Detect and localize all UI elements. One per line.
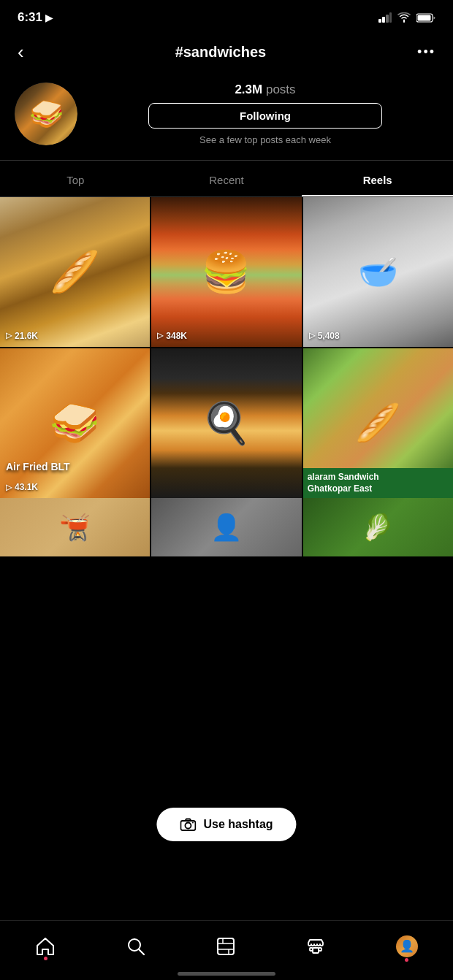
home-indicator — [178, 972, 275, 976]
grid-item-1-count: ▷ 21.6K — [6, 331, 38, 341]
content-grid: 🥖 ▷ 21.6K 🍔 ▷ 348K 🥣 ▷ 5,408 🥪 Air Fried… — [0, 197, 453, 499]
time-display: 6:31 — [18, 10, 42, 25]
bottom-nav: 👤 — [0, 920, 453, 980]
search-icon — [126, 937, 145, 956]
tab-reels[interactable]: Reels — [302, 164, 453, 196]
svg-rect-13 — [319, 948, 321, 951]
grid-item-6[interactable]: 🥖 ▷ 69.7K alaram SandwichGhatkopar East — [303, 348, 453, 498]
use-hashtag-label: Use hashtag — [203, 818, 273, 831]
camera-icon — [180, 818, 196, 831]
nav-home[interactable] — [23, 931, 67, 962]
posts-number: 2.3M — [235, 83, 262, 96]
play-icon-2: ▷ — [157, 331, 163, 340]
play-icon-4: ▷ — [6, 483, 12, 492]
nav-profile[interactable]: 👤 — [384, 930, 430, 963]
overlay-text-4: Air Fried BLT — [6, 461, 70, 472]
svg-rect-3 — [389, 12, 392, 23]
signal-icon — [378, 12, 392, 23]
grid-item-5[interactable]: 🍳 — [151, 348, 301, 498]
svg-rect-11 — [313, 948, 319, 953]
grid-item-4[interactable]: 🥪 Air Fried BLT ▷ 43.1K — [0, 348, 150, 498]
hashtag-avatar: 🥪 — [15, 83, 77, 145]
status-time: 6:31 ▶ — [18, 10, 53, 25]
play-icon-1: ▷ — [6, 331, 12, 340]
grid-item-3-count: ▷ 5,408 — [309, 331, 340, 341]
header: ‹ #sandwiches ••• — [0, 32, 453, 75]
svg-point-7 — [185, 823, 191, 829]
partial-row: 🫕 👤 🥬 — [0, 498, 453, 556]
nav-reels[interactable] — [205, 931, 247, 962]
hashtag-info: 🥪 2.3M posts Following See a few top pos… — [0, 75, 453, 157]
nav-shop[interactable] — [294, 931, 337, 962]
posts-count: 2.3M posts — [235, 83, 295, 97]
svg-rect-1 — [382, 17, 385, 23]
location-icon: ▶ — [45, 12, 53, 23]
hashtag-details: 2.3M posts Following See a few top posts… — [92, 83, 438, 145]
status-icons — [378, 12, 435, 23]
partial-item-left[interactable]: 🫕 — [0, 498, 150, 556]
home-dot — [44, 957, 47, 960]
use-hashtag-button[interactable]: Use hashtag — [156, 808, 296, 841]
grid-item-3[interactable]: 🥣 ▷ 5,408 — [303, 197, 453, 347]
status-bar: 6:31 ▶ — [0, 0, 453, 32]
nav-search[interactable] — [115, 931, 157, 962]
divider — [0, 160, 453, 161]
shop-icon — [306, 937, 325, 956]
partial-item-right[interactable]: 🥬 — [303, 498, 453, 556]
grid-item-2-count: ▷ 348K — [157, 331, 187, 341]
svg-point-8 — [192, 822, 194, 824]
svg-rect-5 — [418, 15, 431, 20]
reels-icon — [216, 937, 235, 956]
follow-button[interactable]: Following — [148, 103, 382, 129]
tab-top[interactable]: Top — [0, 164, 151, 196]
hashtag-subtitle: See a few top posts each week — [199, 134, 331, 145]
partial-item-middle[interactable]: 👤 — [151, 498, 301, 556]
grid-item-1[interactable]: 🥖 ▷ 21.6K — [0, 197, 150, 347]
page-title: #sandwiches — [175, 44, 267, 61]
grid-item-2[interactable]: 🍔 ▷ 348K — [151, 197, 301, 347]
bottom-banner-6: alaram SandwichGhatkopar East — [303, 468, 453, 499]
profile-avatar[interactable]: 👤 — [396, 935, 418, 957]
svg-rect-2 — [386, 15, 389, 23]
wifi-icon — [397, 12, 411, 23]
tabs: Top Recent Reels — [0, 164, 453, 197]
home-icon — [35, 937, 56, 956]
battery-icon — [416, 13, 435, 23]
svg-rect-12 — [310, 948, 313, 951]
svg-rect-0 — [378, 19, 381, 23]
svg-rect-10 — [218, 938, 234, 954]
back-button[interactable]: ‹ — [15, 38, 27, 66]
posts-label: posts — [266, 83, 296, 96]
profile-dot — [405, 958, 408, 962]
grid-item-4-count: ▷ 43.1K — [6, 482, 38, 492]
tab-recent[interactable]: Recent — [151, 164, 302, 196]
play-icon-3: ▷ — [309, 331, 315, 340]
more-options-button[interactable]: ••• — [414, 42, 438, 63]
